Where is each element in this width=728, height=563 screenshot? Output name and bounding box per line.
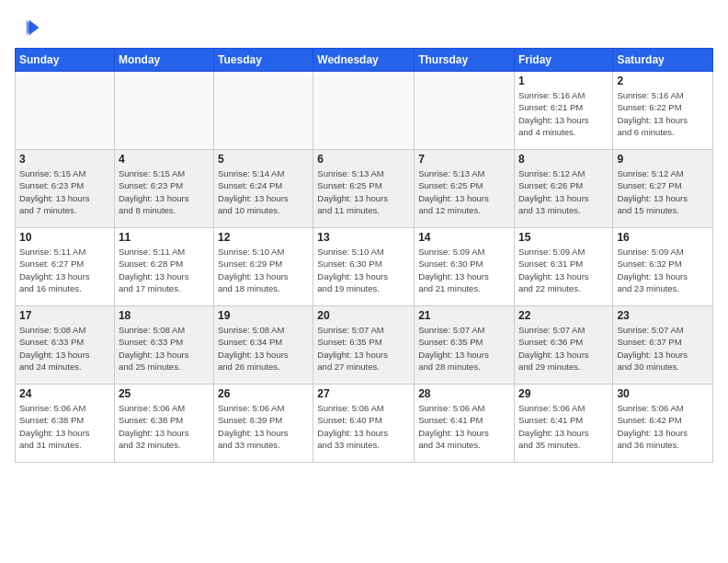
day-info: Sunrise: 5:06 AM Sunset: 6:41 PM Dayligh… [518,402,609,451]
day-number: 14 [418,231,510,244]
day-info: Sunrise: 5:06 AM Sunset: 6:38 PM Dayligh… [119,402,210,451]
calendar-day-cell [214,72,313,150]
day-info: Sunrise: 5:12 AM Sunset: 6:26 PM Dayligh… [518,167,609,216]
calendar-day-cell: 3Sunrise: 5:15 AM Sunset: 6:23 PM Daylig… [16,150,115,228]
day-number: 30 [617,387,709,400]
day-number: 27 [317,387,410,400]
day-number: 7 [418,153,510,166]
day-number: 13 [317,231,410,244]
day-number: 28 [418,387,510,400]
calendar-day-cell: 25Sunrise: 5:06 AM Sunset: 6:38 PM Dayli… [114,385,213,463]
calendar-day-cell: 19Sunrise: 5:08 AM Sunset: 6:34 PM Dayli… [214,306,313,385]
logo [15,15,44,40]
calendar-header-saturday: Saturday [613,49,713,72]
calendar-header-sunday: Sunday [16,49,115,72]
day-number: 5 [218,153,309,166]
day-number: 19 [218,309,309,322]
calendar-day-cell: 5Sunrise: 5:14 AM Sunset: 6:24 PM Daylig… [214,150,313,228]
calendar-day-cell: 28Sunrise: 5:06 AM Sunset: 6:41 PM Dayli… [415,385,515,463]
calendar-day-cell: 11Sunrise: 5:11 AM Sunset: 6:28 PM Dayli… [114,228,213,306]
day-number: 6 [317,153,410,166]
day-number: 1 [518,75,609,87]
calendar-week-row-0: 1Sunrise: 5:16 AM Sunset: 6:21 PM Daylig… [16,72,713,150]
day-number: 11 [119,231,210,244]
calendar-week-row-4: 24Sunrise: 5:06 AM Sunset: 6:38 PM Dayli… [16,385,713,463]
calendar-day-cell [313,72,415,150]
calendar-day-cell: 16Sunrise: 5:09 AM Sunset: 6:32 PM Dayli… [613,228,713,306]
calendar-day-cell: 14Sunrise: 5:09 AM Sunset: 6:30 PM Dayli… [415,228,515,306]
day-info: Sunrise: 5:08 AM Sunset: 6:34 PM Dayligh… [218,324,309,373]
day-number: 23 [617,309,709,322]
calendar-day-cell: 24Sunrise: 5:06 AM Sunset: 6:38 PM Dayli… [16,385,115,463]
day-number: 26 [218,387,309,400]
calendar-table: SundayMondayTuesdayWednesdayThursdayFrid… [15,48,713,463]
day-number: 24 [19,387,110,400]
day-info: Sunrise: 5:07 AM Sunset: 6:35 PM Dayligh… [317,324,410,373]
day-info: Sunrise: 5:16 AM Sunset: 6:22 PM Dayligh… [617,89,709,138]
calendar-day-cell: 29Sunrise: 5:06 AM Sunset: 6:41 PM Dayli… [514,385,612,463]
day-info: Sunrise: 5:15 AM Sunset: 6:23 PM Dayligh… [19,167,110,216]
calendar-week-row-2: 10Sunrise: 5:11 AM Sunset: 6:27 PM Dayli… [16,228,713,306]
calendar-day-cell [114,72,213,150]
calendar-week-row-1: 3Sunrise: 5:15 AM Sunset: 6:23 PM Daylig… [16,150,713,228]
day-info: Sunrise: 5:13 AM Sunset: 6:25 PM Dayligh… [317,167,410,216]
day-number: 9 [617,153,709,166]
day-number: 20 [317,309,410,322]
day-number: 25 [119,387,210,400]
day-info: Sunrise: 5:06 AM Sunset: 6:42 PM Dayligh… [617,402,709,451]
day-number: 17 [19,309,110,322]
calendar-header-wednesday: Wednesday [313,49,415,72]
day-number: 16 [617,231,709,244]
calendar-day-cell: 7Sunrise: 5:13 AM Sunset: 6:25 PM Daylig… [415,150,515,228]
day-info: Sunrise: 5:07 AM Sunset: 6:36 PM Dayligh… [518,324,609,373]
calendar-header-monday: Monday [114,49,213,72]
day-info: Sunrise: 5:12 AM Sunset: 6:27 PM Dayligh… [617,167,709,216]
day-number: 4 [119,153,210,166]
day-number: 15 [518,231,609,244]
day-info: Sunrise: 5:11 AM Sunset: 6:28 PM Dayligh… [119,246,210,294]
calendar-day-cell [415,72,515,150]
day-info: Sunrise: 5:08 AM Sunset: 6:33 PM Dayligh… [119,324,210,373]
calendar-header-friday: Friday [514,49,612,72]
day-info: Sunrise: 5:06 AM Sunset: 6:38 PM Dayligh… [19,402,110,451]
page-header [15,15,713,40]
day-info: Sunrise: 5:06 AM Sunset: 6:40 PM Dayligh… [317,402,410,451]
logo-icon [15,15,40,40]
calendar-day-cell: 21Sunrise: 5:07 AM Sunset: 6:35 PM Dayli… [415,306,515,385]
day-info: Sunrise: 5:06 AM Sunset: 6:39 PM Dayligh… [218,402,309,451]
calendar-day-cell: 6Sunrise: 5:13 AM Sunset: 6:25 PM Daylig… [313,150,415,228]
calendar-header-thursday: Thursday [415,49,515,72]
day-info: Sunrise: 5:10 AM Sunset: 6:29 PM Dayligh… [218,246,309,294]
calendar-week-row-3: 17Sunrise: 5:08 AM Sunset: 6:33 PM Dayli… [16,306,713,385]
calendar-day-cell: 27Sunrise: 5:06 AM Sunset: 6:40 PM Dayli… [313,385,415,463]
calendar-day-cell [16,72,115,150]
calendar-day-cell: 13Sunrise: 5:10 AM Sunset: 6:30 PM Dayli… [313,228,415,306]
calendar-day-cell: 8Sunrise: 5:12 AM Sunset: 6:26 PM Daylig… [514,150,612,228]
day-info: Sunrise: 5:06 AM Sunset: 6:41 PM Dayligh… [418,402,510,451]
calendar-day-cell: 17Sunrise: 5:08 AM Sunset: 6:33 PM Dayli… [16,306,115,385]
calendar-header-tuesday: Tuesday [214,49,313,72]
day-info: Sunrise: 5:14 AM Sunset: 6:24 PM Dayligh… [218,167,309,216]
day-number: 12 [218,231,309,244]
calendar-day-cell: 30Sunrise: 5:06 AM Sunset: 6:42 PM Dayli… [613,385,713,463]
day-number: 18 [119,309,210,322]
day-number: 21 [418,309,510,322]
calendar-day-cell: 1Sunrise: 5:16 AM Sunset: 6:21 PM Daylig… [514,72,612,150]
day-number: 2 [617,75,709,87]
calendar-day-cell: 18Sunrise: 5:08 AM Sunset: 6:33 PM Dayli… [114,306,213,385]
calendar-day-cell: 15Sunrise: 5:09 AM Sunset: 6:31 PM Dayli… [514,228,612,306]
day-info: Sunrise: 5:07 AM Sunset: 6:35 PM Dayligh… [418,324,510,373]
day-number: 10 [19,231,110,244]
day-info: Sunrise: 5:15 AM Sunset: 6:23 PM Dayligh… [119,167,210,216]
day-number: 29 [518,387,609,400]
calendar-day-cell: 10Sunrise: 5:11 AM Sunset: 6:27 PM Dayli… [16,228,115,306]
calendar-day-cell: 22Sunrise: 5:07 AM Sunset: 6:36 PM Dayli… [514,306,612,385]
day-info: Sunrise: 5:11 AM Sunset: 6:27 PM Dayligh… [19,246,110,294]
day-info: Sunrise: 5:09 AM Sunset: 6:32 PM Dayligh… [617,246,709,294]
calendar-day-cell: 12Sunrise: 5:10 AM Sunset: 6:29 PM Dayli… [214,228,313,306]
calendar-day-cell: 9Sunrise: 5:12 AM Sunset: 6:27 PM Daylig… [613,150,713,228]
day-info: Sunrise: 5:07 AM Sunset: 6:37 PM Dayligh… [617,324,709,373]
calendar-day-cell: 2Sunrise: 5:16 AM Sunset: 6:22 PM Daylig… [613,72,713,150]
day-info: Sunrise: 5:09 AM Sunset: 6:30 PM Dayligh… [418,246,510,294]
day-number: 22 [518,309,609,322]
